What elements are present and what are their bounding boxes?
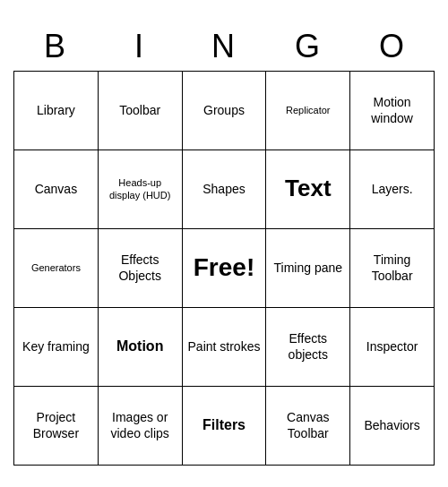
bingo-cell-18: Effects objects <box>266 308 350 387</box>
header-letter-g: G <box>266 22 350 71</box>
bingo-cell-22: Filters <box>183 387 267 466</box>
bingo-cell-10: Generators <box>14 229 99 308</box>
bingo-cell-3: Replicator <box>266 72 350 150</box>
bingo-cell-16: Motion <box>99 308 183 387</box>
header-letter-n: N <box>182 22 266 71</box>
bingo-cell-0: Library <box>14 72 99 150</box>
bingo-cell-13: Timing pane <box>266 229 350 308</box>
bingo-cell-12: Free! <box>183 229 267 308</box>
bingo-cell-17: Paint strokes <box>183 308 267 387</box>
bingo-grid: LibraryToolbarGroupsReplicatorMotion win… <box>13 71 435 466</box>
bingo-cell-21: Images or video clips <box>99 387 183 466</box>
header-letter-b: B <box>13 22 98 71</box>
header-letter-i: I <box>98 22 182 71</box>
bingo-cell-1: Toolbar <box>99 72 183 150</box>
bingo-cell-6: Heads-up display (HUD) <box>99 150 183 229</box>
bingo-cell-15: Key framing <box>14 308 99 387</box>
bingo-cell-9: Layers. <box>350 150 435 229</box>
bingo-cell-20: Project Browser <box>14 387 99 466</box>
bingo-card: BINGO LibraryToolbarGroupsReplicatorMoti… <box>13 22 435 466</box>
bingo-header: BINGO <box>13 22 435 71</box>
bingo-cell-24: Behaviors <box>350 387 435 466</box>
bingo-cell-11: Effects Objects <box>99 229 183 308</box>
bingo-cell-14: Timing Toolbar <box>350 229 435 308</box>
bingo-cell-8: Text <box>266 150 350 229</box>
bingo-cell-4: Motion window <box>350 72 435 150</box>
bingo-cell-2: Groups <box>183 72 267 150</box>
bingo-cell-19: Inspector <box>350 308 435 387</box>
header-letter-o: O <box>350 22 435 71</box>
bingo-cell-23: Canvas Toolbar <box>266 387 350 466</box>
bingo-cell-7: Shapes <box>183 150 267 229</box>
bingo-cell-5: Canvas <box>14 150 99 229</box>
